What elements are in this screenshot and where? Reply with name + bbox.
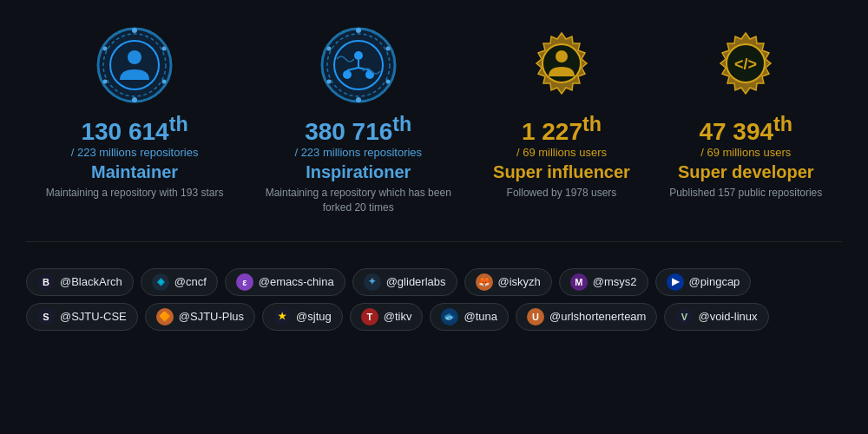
contrib-item-void-linux[interactable]: V @void-linux (664, 303, 768, 331)
contrib-item-urlshortenerteam[interactable]: U @urlshortenerteam (516, 303, 657, 331)
iskyzh-label: @iskyzh (498, 275, 541, 288)
pingcap-logo: ▶ (667, 273, 684, 291)
maintainer-title: Maintainer (91, 162, 178, 182)
inspirationer-rank: 380 716th (305, 113, 411, 146)
gliderlabs-label: @gliderlabs (386, 275, 446, 288)
super-influencer-total: / 69 millions users (516, 146, 607, 159)
tikv-label: @tikv (384, 310, 412, 323)
contrib-item-gliderlabs[interactable]: ✦ @gliderlabs (352, 268, 457, 296)
super-developer-desc: Published 157 public repositories (669, 186, 822, 201)
super-influencer-badge-icon (523, 26, 601, 104)
emacs-china-label: @emacs-china (259, 275, 334, 288)
svg-text:</>: </> (734, 56, 757, 73)
svg-point-8 (103, 80, 108, 84)
contrib-item-sjtu-plus[interactable]: 🔶 @SJTU-Plus (145, 303, 255, 331)
maintainer-total: / 223 millions repositories (71, 146, 199, 159)
svg-point-19 (356, 28, 361, 33)
svg-point-24 (326, 47, 331, 51)
stats-row: 130 614th / 223 millions repositories Ma… (26, 17, 842, 215)
contrib-item-tikv[interactable]: T @tikv (350, 303, 424, 331)
super-developer-badge-icon: </> (707, 26, 785, 104)
stat-card-super-developer: </> 47 394th / 69 millions users Super d… (669, 26, 822, 201)
super-developer-rank: 47 394th (699, 113, 792, 146)
inspirationer-badge-icon (319, 26, 398, 104)
svg-point-13 (354, 51, 363, 60)
sjtug-logo: ★ (273, 308, 291, 326)
contrib-item-emacs-china[interactable]: ε @emacs-china (225, 268, 345, 296)
svg-point-9 (103, 47, 108, 51)
contrib-item-blackarch[interactable]: B @BlackArch (26, 268, 134, 296)
contrib-item-pingcap[interactable]: ▶ @pingcap (655, 268, 752, 296)
urlshortenerteam-logo: U (527, 308, 544, 326)
super-developer-title: Super developer (678, 162, 814, 182)
sjtu-cse-label: @SJTU-CSE (60, 310, 127, 323)
maintainer-badge-icon (95, 26, 174, 104)
super-influencer-title: Super influencer (493, 162, 630, 182)
contrib-grid: B @BlackArch ◈ @cncf ε @emacs-china ✦ @g… (26, 268, 842, 331)
super-influencer-rank: 1 227th (522, 113, 602, 146)
blackarch-logo: B (37, 273, 55, 291)
main-container: 130 614th / 223 millions repositories Ma… (0, 0, 868, 348)
tuna-label: @tuna (464, 310, 497, 323)
svg-point-25 (542, 44, 581, 82)
contrib-item-sjtug[interactable]: ★ @sjtug (262, 303, 343, 331)
cncf-logo: ◈ (152, 273, 169, 291)
sjtu-plus-label: @SJTU-Plus (179, 310, 244, 323)
void-linux-logo: V (675, 308, 693, 326)
svg-point-4 (132, 28, 137, 33)
svg-point-3 (128, 50, 141, 64)
contrib-item-msys2[interactable]: M @msys2 (559, 268, 648, 296)
svg-point-7 (132, 97, 137, 102)
svg-point-26 (556, 50, 568, 62)
sjtu-cse-logo: S (37, 308, 55, 326)
inspirationer-total: / 223 millions repositories (294, 146, 422, 159)
super-developer-total: / 69 millions users (700, 146, 791, 159)
pingcap-label: @pingcap (689, 275, 740, 288)
msys2-label: @msys2 (593, 275, 637, 288)
inspirationer-title: Inspirationer (306, 162, 411, 182)
stat-card-inspirationer: 380 716th / 223 millions repositories In… (263, 26, 454, 215)
svg-point-22 (356, 97, 361, 102)
maintainer-desc: Maintaining a repository with 193 stars (46, 186, 224, 201)
cncf-label: @cncf (174, 275, 207, 288)
void-linux-label: @void-linux (698, 310, 757, 323)
sjtug-label: @sjtug (296, 310, 332, 323)
gliderlabs-logo: ✦ (364, 273, 381, 291)
contrib-item-tuna[interactable]: 🐟 @tuna (430, 303, 509, 331)
urlshortenerteam-label: @urlshortenerteam (549, 310, 646, 323)
notable-contributions-section: B @BlackArch ◈ @cncf ε @emacs-china ✦ @g… (26, 241, 842, 331)
svg-point-2 (110, 41, 159, 89)
contrib-item-cncf[interactable]: ◈ @cncf (141, 268, 218, 296)
blackarch-label: @BlackArch (60, 275, 122, 288)
sjtu-plus-logo: 🔶 (156, 308, 174, 326)
contrib-item-iskyzh[interactable]: 🦊 @iskyzh (464, 268, 552, 296)
svg-point-23 (326, 80, 331, 84)
inspirationer-desc: Maintaining a repository which has been … (263, 186, 454, 215)
svg-point-21 (385, 80, 390, 84)
msys2-logo: M (570, 273, 588, 291)
maintainer-rank: 130 614th (81, 113, 187, 146)
stat-card-maintainer: 130 614th / 223 millions repositories Ma… (46, 26, 224, 201)
tuna-logo: 🐟 (441, 308, 458, 326)
tikv-logo: T (361, 308, 378, 326)
svg-point-20 (385, 47, 390, 51)
super-influencer-desc: Followed by 1978 users (507, 186, 617, 201)
svg-point-6 (162, 80, 167, 84)
svg-point-15 (365, 70, 374, 79)
svg-point-5 (162, 47, 167, 51)
svg-point-14 (343, 70, 352, 79)
iskyzh-logo: 🦊 (476, 273, 493, 291)
contrib-item-sjtu-cse[interactable]: S @SJTU-CSE (26, 303, 138, 331)
emacs-china-logo: ε (236, 273, 253, 291)
stat-card-super-influencer: 1 227th / 69 millions users Super influe… (493, 26, 630, 201)
